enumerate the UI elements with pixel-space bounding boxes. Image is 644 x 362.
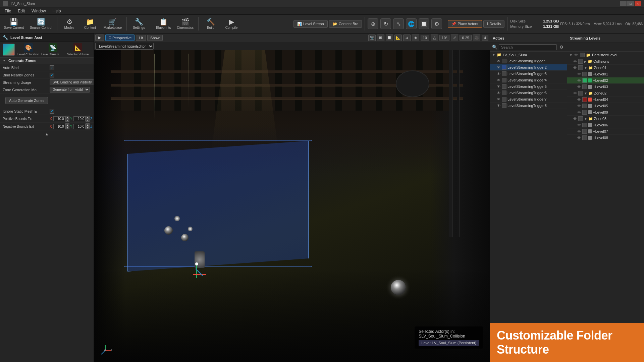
zone03-folder[interactable]: 👁 ▼ 📁 Zone03 [567,116,644,122]
lock-2[interactable] [502,71,506,76]
modes-button[interactable]: ⚙ Modes [59,15,79,32]
auto-generate-zones-button[interactable]: Auto Generate Zones [5,97,48,104]
neg-x-up[interactable]: ▲ [65,123,69,126]
scale-button[interactable]: ⤡ [393,18,404,29]
persistent-lock[interactable] [580,53,585,57]
pos-x-input[interactable]: 10.0 [53,116,65,121]
zone01-lock[interactable] [578,65,583,70]
lit-button[interactable]: Lit [136,35,146,41]
neg-y-down[interactable]: ▼ [86,126,90,129]
pos-y-up[interactable]: ▲ [86,116,90,119]
level02-eye[interactable]: 👁 [577,78,581,83]
persistent-eye[interactable]: 👁 [574,53,579,57]
content-button[interactable]: 📁 Content [80,15,100,32]
level08-item[interactable]: 👁 +Level08 [567,135,644,141]
camera-icon-btn[interactable]: 📷 [368,35,376,41]
menu-file[interactable]: File [1,8,14,14]
eye-7[interactable]: 👁 [496,103,501,108]
actor-item-3[interactable]: 👁 LevelStreamingTrigger4 [490,77,567,83]
collisions-folder[interactable]: 👁 ▶ 📁 Collisions [567,58,644,65]
level02-item[interactable]: 👁 +Level02 [567,77,644,84]
color-swatch[interactable] [3,44,15,56]
angle-snap-btn[interactable]: △ [431,35,438,41]
content-browser-tab[interactable]: 📂 Content Bro [329,20,362,28]
translate-button[interactable]: ⊕ [368,18,378,29]
zone01-eye[interactable]: 👁 [573,65,577,70]
marketplace-button[interactable]: 🛒 Marketplace [101,15,124,32]
build-button[interactable]: 🔨 Build [201,15,221,32]
minimize-button[interactable]: ─ [620,1,627,6]
level04-eye[interactable]: 👁 [577,97,581,102]
settings-button[interactable]: 🔧 Settings [129,15,149,32]
details-button[interactable]: ℹ Details [483,20,505,28]
lock-4[interactable] [502,84,506,89]
stream-assistant-item[interactable]: 📡 Level Stream Assistant [41,43,65,56]
actors-search-settings-btn[interactable]: ⚙ [558,44,565,51]
maximize-button[interactable]: □ [627,1,634,6]
level01-item[interactable]: 👁 +Level01 [567,71,644,77]
menu-window[interactable]: Window [28,8,49,14]
level05-item[interactable]: 👁 +Level05 [567,103,644,109]
perspective-button[interactable]: ⊡ Perspective [105,35,135,41]
neg-x-input[interactable] [53,124,65,129]
actors-search-input[interactable] [499,44,557,50]
selector-volume-item[interactable]: 📐 Selector Volume [67,43,89,56]
zone03-eye[interactable]: 👁 [573,116,577,121]
grid-icon-btn[interactable]: ⊞ [377,35,384,41]
actor-item-4[interactable]: 👁 LevelStreamingTrigger5 [490,83,567,90]
camera2-icon-btn[interactable]: 🎥 [473,35,480,41]
level01-lock[interactable] [582,72,587,76]
actor-item-0[interactable]: 👁 LevelStreamingTrigger [490,58,567,64]
vp-icon2[interactable]: ◈ [412,35,419,41]
pos-y-input[interactable] [73,116,86,121]
level09-lock[interactable] [582,110,587,115]
play-button[interactable]: ▶ [95,35,104,41]
eye-5[interactable]: 👁 [496,90,501,95]
zone02-eye[interactable]: 👁 [573,91,577,96]
close-button[interactable]: ✕ [635,1,641,6]
zone02-folder[interactable]: 👁 ▼ 📁 Zone02 [567,90,644,97]
ignore-static-mesh-checkbox[interactable] [50,109,54,114]
neg-y-input[interactable] [73,124,86,129]
level04-lock[interactable] [582,97,587,102]
level06-eye[interactable]: 👁 [577,123,581,127]
actor-item-5[interactable]: 👁 LevelStreamingTrigger6 [490,90,567,96]
actor-item-1[interactable]: 👁 LevelStreamingTrigger2 [490,64,567,71]
menu-edit[interactable]: Edit [14,8,28,14]
level-selector-dropdown[interactable]: LevelStreamingTriggerEditor [95,43,154,50]
level03-item[interactable]: 👁 +Level03 [567,84,644,90]
level07-lock[interactable] [582,129,587,134]
eye-2[interactable]: 👁 [496,71,501,76]
eye-3[interactable]: 👁 [496,78,501,82]
actor-item-7[interactable]: 👁 LevelStreamingTrigger8 [490,103,567,109]
eye-0[interactable]: 👁 [496,59,501,63]
collapse-button[interactable]: ▲ [45,132,49,136]
pos-x-up[interactable]: ▲ [65,116,69,119]
neg-x-down[interactable]: ▼ [65,126,69,129]
lock-7[interactable] [502,103,506,108]
lock-3[interactable] [502,78,506,82]
collisions-eye[interactable]: 👁 [573,59,577,64]
scale-icon-btn[interactable]: ⤢ [451,35,458,41]
level04-item[interactable]: 👁 +Level04 [567,97,644,103]
level03-lock[interactable] [582,84,587,89]
level-root-item[interactable]: ▼ 📁 LV_Soul_Slum [490,52,567,58]
neg-y-up[interactable]: ▲ [86,123,90,126]
menu-help[interactable]: Help [49,8,64,14]
level03-eye[interactable]: 👁 [577,84,581,89]
level07-item[interactable]: 👁 +Level07 [567,128,644,135]
level-stream-tab[interactable]: 📊 Level Strean [293,20,328,28]
angle-icon-btn[interactable]: 📐 [394,35,402,41]
lock-1[interactable] [502,65,506,70]
vp-icon1[interactable]: ⊿ [403,35,411,41]
level06-lock[interactable] [582,123,587,127]
show-button[interactable]: Show [147,35,163,41]
zone-gen-mode-select[interactable]: Generate from visible levels. [50,87,90,93]
snap-button[interactable]: 🔲 [419,18,429,29]
lock-6[interactable] [502,97,506,102]
level05-lock[interactable] [582,104,587,108]
eye-1[interactable]: 👁 [496,65,501,70]
eye-4[interactable]: 👁 [496,84,501,89]
streaming-usage-select[interactable]: SVB Loading and Visibility [50,79,94,85]
snap-icon-btn[interactable]: 🔲 [386,35,393,41]
